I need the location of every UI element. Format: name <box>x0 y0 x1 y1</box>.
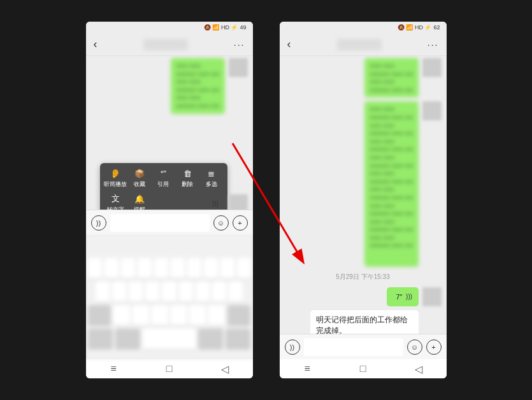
status-battery: 49 <box>240 24 246 31</box>
chat-topbar: ‹ ··· <box>280 33 447 56</box>
chat-area: xxxx xxxxxxxxxxx xxxx xxxxxxx xxxxxxxxxx… <box>280 56 447 334</box>
nav-menu-button[interactable]: ≡ <box>302 365 312 373</box>
nav-menu-button[interactable]: ≡ <box>108 365 119 373</box>
transcription-text[interactable]: 明天记得把后面的工作都给完成掉。 <box>310 310 419 334</box>
message-input[interactable] <box>304 338 403 356</box>
chat-title[interactable] <box>143 39 188 50</box>
message-context-menu: 👂听筒播放 📦收藏 “”引用 🗑删除 ≣多选 文转文字 🔔提醒 <box>100 163 227 210</box>
ctx-favorite[interactable]: 📦收藏 <box>127 168 152 189</box>
text-message[interactable]: xxxx xxxxxxxxxxx xxxx xxxxxxx xxxxxxxxxx… <box>364 101 418 267</box>
ctx-earpiece[interactable]: 👂听筒播放 <box>104 168 128 189</box>
ctx-multiselect[interactable]: ≣多选 <box>199 168 224 189</box>
voice-input-button[interactable]: )) <box>285 339 300 355</box>
sound-wave-icon <box>406 292 412 301</box>
more-button[interactable]: ··· <box>428 39 439 50</box>
status-icons: 🔕 📶 HD ⚡ <box>398 24 432 31</box>
sound-wave-icon <box>212 199 219 208</box>
timestamp: 5月29日 下午15:33 <box>280 269 447 285</box>
chat-topbar: ‹ ··· <box>86 33 253 56</box>
transcription-row: 明天记得把后面的工作都给完成掉。 <box>280 308 447 334</box>
emoji-button[interactable]: ☺ <box>213 215 229 231</box>
system-nav-bar: ≡ □ ◁ <box>86 359 253 378</box>
chat-title[interactable] <box>337 39 382 50</box>
status-battery: 62 <box>433 24 440 31</box>
text-icon: 文 <box>110 194 120 204</box>
emoji-button[interactable]: ☺ <box>407 339 422 355</box>
ear-icon: 👂 <box>110 168 120 178</box>
attach-button[interactable]: + <box>233 215 248 231</box>
status-icons: 🔕 📶 HD ⚡ <box>204 24 238 31</box>
trash-icon: 🗑 <box>182 168 192 178</box>
status-bar: 🔕 📶 HD ⚡ 62 <box>280 22 447 33</box>
system-nav-bar: ≡ □ ◁ <box>280 359 447 378</box>
cube-icon: 📦 <box>134 168 145 178</box>
ctx-quote[interactable]: “”引用 <box>152 168 176 189</box>
avatar[interactable] <box>422 58 442 77</box>
phone-right: 🔕 📶 HD ⚡ 62 ‹ ··· xxxx xxxxxxxxxxx xxxx … <box>280 22 447 378</box>
avatar[interactable] <box>422 101 442 120</box>
quote-icon: “” <box>158 168 168 178</box>
ctx-remind[interactable]: 🔔提醒 <box>127 194 152 210</box>
list-icon: ≣ <box>206 168 217 178</box>
voice-input-button[interactable]: )) <box>91 215 106 231</box>
nav-back-button[interactable]: ◁ <box>220 365 230 373</box>
message-row: xxxx xxxxxxxxxxx xxxx xxxxxxx xxxxxxxxxx… <box>280 56 447 99</box>
avatar[interactable] <box>229 58 248 77</box>
attach-button[interactable]: + <box>426 339 442 355</box>
nav-home-button[interactable]: □ <box>357 365 368 373</box>
back-button[interactable]: ‹ <box>287 38 291 51</box>
text-message[interactable]: xxxx xxxxxxxxxxx xxxx xxxxxxx xxxxxxxxxx… <box>171 58 224 114</box>
avatar[interactable] <box>422 287 442 306</box>
status-bar: 🔕 📶 HD ⚡ 49 <box>86 22 253 33</box>
phone-left: 🔕 📶 HD ⚡ 49 ‹ ··· xxxx xxxxxxxxxxx xxxx … <box>86 22 253 378</box>
chat-area: xxxx xxxxxxxxxxx xxxx xxxxxxx xxxxxxxxxx… <box>86 56 253 210</box>
nav-home-button[interactable]: □ <box>164 365 174 373</box>
message-row: xxxx xxxxxxxxxxx xxxx xxxxxxx xxxxxxxxxx… <box>86 56 253 116</box>
soft-keyboard[interactable] <box>86 235 253 359</box>
message-input[interactable] <box>110 214 210 232</box>
more-button[interactable]: ··· <box>234 39 245 50</box>
nav-back-button[interactable]: ◁ <box>413 365 424 373</box>
chat-input-bar: )) ☺ + <box>86 210 253 235</box>
voice-duration: 7" <box>396 293 402 301</box>
avatar[interactable] <box>229 194 248 210</box>
message-row: xxxx xxxxxxxxxxx xxxx xxxxxxx xxxxxxxxxx… <box>280 99 447 269</box>
voice-message-row: 7" <box>280 285 447 308</box>
back-button[interactable]: ‹ <box>94 38 97 51</box>
bell-icon: 🔔 <box>134 194 145 204</box>
ctx-delete[interactable]: 🗑删除 <box>175 168 199 189</box>
text-message[interactable]: xxxx xxxxxxxxxxx xxxx xxxxxxx xxxxxxxxxx… <box>364 58 418 97</box>
chat-input-bar: )) ☺ + <box>280 334 447 359</box>
voice-message[interactable]: 7" <box>387 287 419 306</box>
ctx-transcribe[interactable]: 文转文字 <box>104 194 128 210</box>
